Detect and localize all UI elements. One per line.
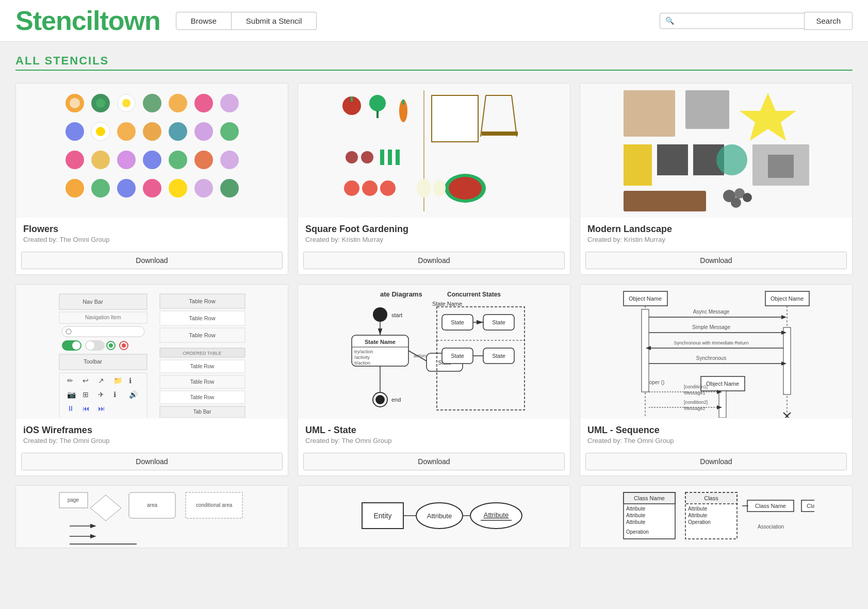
card-author-landscape: Created by: Kristin Murray bbox=[587, 236, 845, 243]
card-image-class-partial: Class Name Attribute Attribute Attribute… bbox=[580, 486, 852, 548]
svg-point-53 bbox=[449, 177, 482, 200]
svg-rect-56 bbox=[624, 90, 675, 137]
card-image-ios: Nav Bar Navigation Item bbox=[16, 285, 288, 419]
download-button-uml-sequence[interactable]: Download bbox=[585, 453, 847, 470]
card-title-flowers: Flowers bbox=[23, 224, 281, 235]
flowers-svg bbox=[54, 85, 250, 217]
card-title-landscape: Modern Landscape bbox=[587, 224, 845, 235]
card-author-garden: Created by: Kristin Murray bbox=[305, 236, 563, 243]
search-input[interactable] bbox=[677, 17, 799, 25]
svg-text:Attribute: Attribute bbox=[688, 506, 708, 512]
svg-rect-35 bbox=[376, 111, 379, 118]
card-image-flowchart-partial: page area conditional area bbox=[16, 486, 288, 548]
svg-text:✈: ✈ bbox=[98, 390, 104, 399]
svg-point-10 bbox=[65, 122, 84, 141]
card-title-uml-sequence: UML - Sequence bbox=[587, 425, 845, 436]
svg-rect-155 bbox=[783, 327, 791, 394]
card-flowers: Flowers Created by: The Omni Group Downl… bbox=[15, 83, 288, 275]
main-content: ALL STENCILS bbox=[0, 42, 868, 561]
svg-rect-171 bbox=[719, 391, 726, 418]
svg-point-8 bbox=[194, 94, 213, 112]
svg-text:Class N: Class N bbox=[807, 503, 814, 509]
svg-point-15 bbox=[169, 122, 187, 141]
er-partial-svg: Entity Attribute Attribute bbox=[336, 487, 532, 547]
svg-point-29 bbox=[169, 179, 187, 197]
svg-text:⏭: ⏭ bbox=[98, 404, 105, 413]
svg-text:Synchronous: Synchronous bbox=[696, 355, 726, 361]
section-divider bbox=[15, 70, 853, 71]
svg-text:Table Row: Table Row bbox=[189, 332, 215, 338]
svg-text:Attribute: Attribute bbox=[688, 513, 708, 518]
card-info-flowers: Flowers Created by: The Omni Group bbox=[16, 218, 288, 246]
svg-text:⏸: ⏸ bbox=[67, 404, 74, 413]
svg-text:State: State bbox=[451, 353, 464, 359]
card-author-ios: Created by: The Omni Group bbox=[23, 437, 281, 445]
nav-buttons: Browse Submit a Stencil bbox=[176, 12, 317, 30]
svg-point-118 bbox=[373, 307, 387, 322]
svg-point-68 bbox=[743, 193, 752, 202]
svg-text:⏮: ⏮ bbox=[83, 404, 90, 413]
card-class-partial: Class Name Attribute Attribute Attribute… bbox=[580, 485, 853, 548]
svg-text:📷: 📷 bbox=[67, 390, 76, 399]
svg-text:Concurrent States: Concurrent States bbox=[447, 291, 501, 298]
search-button[interactable]: Search bbox=[804, 12, 853, 30]
submit-stencil-button[interactable]: Submit a Stencil bbox=[232, 12, 317, 30]
svg-rect-43 bbox=[482, 131, 518, 136]
svg-rect-57 bbox=[685, 90, 729, 129]
svg-text:⊞: ⊞ bbox=[83, 390, 89, 399]
svg-point-50 bbox=[362, 180, 378, 196]
svg-point-18 bbox=[65, 151, 84, 169]
svg-text:it/action: it/action bbox=[354, 360, 370, 366]
svg-text:Table Row: Table Row bbox=[190, 379, 214, 385]
card-image-uml-state: ate Diagrams Concurrent States start Sta… bbox=[298, 285, 570, 419]
download-button-landscape[interactable]: Download bbox=[585, 252, 847, 269]
svg-point-79 bbox=[86, 341, 94, 350]
download-button-ios[interactable]: Download bbox=[21, 453, 283, 470]
svg-text:Synchronous with Immediate Ret: Synchronous with Immediate Return bbox=[674, 340, 748, 345]
svg-text:Table Row: Table Row bbox=[190, 394, 214, 400]
garden-svg bbox=[336, 85, 532, 217]
card-info-landscape: Modern Landscape Created by: Kristin Mur… bbox=[580, 218, 852, 246]
svg-text:oper (): oper () bbox=[649, 380, 664, 385]
card-image-er-partial: Entity Attribute Attribute bbox=[298, 486, 570, 548]
stencil-grid: Flowers Created by: The Omni Group Downl… bbox=[15, 83, 853, 476]
browse-button[interactable]: Browse bbox=[176, 12, 232, 30]
svg-point-14 bbox=[143, 122, 161, 141]
svg-text:Class: Class bbox=[704, 495, 718, 501]
download-button-garden[interactable]: Download bbox=[303, 252, 565, 269]
flowchart-partial-svg: page area conditional area bbox=[54, 487, 250, 547]
svg-point-26 bbox=[91, 179, 110, 197]
svg-text:conditional area: conditional area bbox=[195, 502, 232, 508]
svg-text:State: State bbox=[492, 353, 505, 359]
svg-rect-64 bbox=[768, 155, 794, 178]
svg-text:State: State bbox=[492, 319, 505, 325]
svg-point-23 bbox=[194, 151, 213, 169]
svg-point-44 bbox=[346, 151, 358, 163]
svg-point-45 bbox=[361, 151, 373, 163]
search-area: 🔍 Search bbox=[660, 12, 853, 30]
svg-point-19 bbox=[91, 151, 110, 169]
svg-text:Entity: Entity bbox=[373, 512, 391, 520]
svg-point-13 bbox=[117, 122, 136, 141]
class-partial-svg: Class Name Attribute Attribute Attribute… bbox=[618, 487, 814, 547]
svg-point-7 bbox=[169, 94, 187, 112]
svg-marker-185 bbox=[90, 495, 121, 521]
svg-line-41 bbox=[512, 95, 517, 137]
card-info-uml-sequence: UML - Sequence Created by: The Omni Grou… bbox=[580, 419, 852, 448]
svg-rect-84 bbox=[59, 354, 147, 370]
download-button-uml-state[interactable]: Download bbox=[303, 453, 565, 470]
svg-marker-58 bbox=[740, 93, 796, 141]
svg-rect-46 bbox=[380, 150, 384, 165]
svg-point-34 bbox=[369, 95, 386, 111]
card-image-landscape bbox=[580, 84, 852, 218]
card-uml-sequence: Object Name Object Name Async Message bbox=[580, 284, 853, 476]
download-button-flowers[interactable]: Download bbox=[21, 252, 283, 269]
svg-rect-74 bbox=[62, 326, 144, 337]
svg-text:Tab Bar: Tab Bar bbox=[193, 409, 211, 415]
svg-point-49 bbox=[344, 180, 359, 196]
svg-rect-37 bbox=[402, 100, 404, 105]
svg-text:ℹ: ℹ bbox=[113, 390, 116, 399]
card-author-uml-sequence: Created by: The Omni Group bbox=[587, 437, 845, 445]
svg-text:try/action: try/action bbox=[354, 349, 373, 354]
card-ios: Nav Bar Navigation Item bbox=[15, 284, 288, 476]
